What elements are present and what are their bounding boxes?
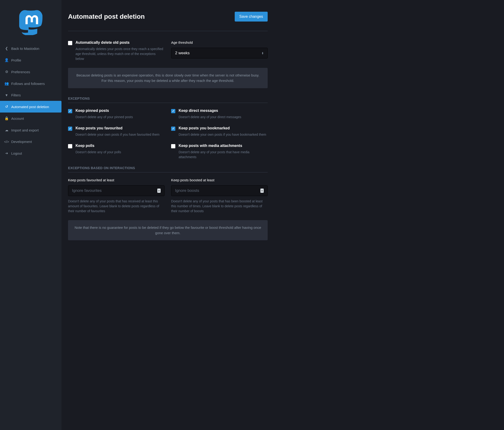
sidebar-item-filters[interactable]: ▼Filters (0, 89, 62, 101)
sidebar-item-label: Back to Mastodon (11, 47, 39, 51)
exception-hint: Doesn't delete your own posts if you hav… (179, 132, 266, 137)
exception-checkbox[interactable] (68, 127, 72, 131)
sidebar-item-label: Preferences (11, 70, 30, 74)
sidebar-item-label: Development (11, 140, 32, 144)
exception-label: Keep posts you bookmarked (179, 126, 266, 130)
fav-threshold-select[interactable]: Ignore favourites ▲▼ (68, 185, 165, 196)
exception-label: Keep polls (75, 144, 121, 148)
info-note-1: Because deleting posts is an expensive o… (68, 68, 268, 88)
cloud-icon: ☁ (5, 128, 9, 132)
exception-checkbox[interactable] (171, 109, 175, 113)
history-icon: ↺ (5, 104, 9, 109)
sidebar-item-follows-and-followers[interactable]: 👥Follows and followers (0, 78, 62, 89)
exceptions-heading: EXCEPTIONS (68, 97, 268, 103)
exception-checkbox[interactable] (68, 144, 72, 148)
exception-checkbox[interactable] (171, 144, 175, 148)
exception-label: Keep posts you favourited (75, 126, 159, 130)
sidebar-item-logout[interactable]: ➜Logout (0, 147, 62, 159)
sidebar-item-preferences[interactable]: ⚙Preferences (0, 66, 62, 78)
code-icon: </> (5, 140, 9, 144)
exception-label: Keep posts with media attachments (179, 144, 268, 148)
exception-label: Keep pinned posts (75, 109, 133, 113)
exception-checkbox[interactable] (68, 109, 72, 113)
auto-delete-checkbox[interactable] (68, 41, 72, 45)
sidebar-item-import-and-export[interactable]: ☁Import and export (0, 124, 62, 136)
page-title: Automated post deletion (68, 13, 145, 20)
sidebar: ❮Back to Mastodon👤Profile⚙Preferences👥Fo… (0, 0, 62, 430)
exception-checkbox[interactable] (171, 127, 175, 131)
sidebar-item-label: Filters (11, 93, 21, 97)
chevron-updown-icon: ▲▼ (157, 188, 161, 193)
gear-icon: ⚙ (5, 70, 9, 74)
sidebar-item-development[interactable]: </>Development (0, 136, 62, 147)
sidebar-item-profile[interactable]: 👤Profile (0, 54, 62, 66)
exception-hint: Doesn't delete any of your pinned posts (75, 115, 133, 120)
sidebar-item-label: Account (11, 116, 24, 121)
user-icon: 👤 (5, 58, 9, 62)
fav-threshold-label: Keep posts favourited at least (68, 178, 165, 182)
exception-hint: Doesn't delete any of your direct messag… (179, 115, 241, 120)
chevron-updown-icon: ▲▼ (261, 52, 264, 55)
sidebar-item-account[interactable]: 🔒Account (0, 112, 62, 124)
age-threshold-label: Age threshold (171, 40, 268, 45)
sidebar-item-label: Import and export (11, 128, 39, 132)
app-logo[interactable] (0, 0, 62, 43)
signout-icon: ➜ (5, 151, 9, 155)
auto-delete-hint: Automatically deletes your posts once th… (75, 47, 165, 61)
interactions-heading: EXCEPTIONS BASED ON INTERACTIONS (68, 166, 268, 172)
lock-icon: 🔒 (5, 116, 9, 121)
users-icon: 👥 (5, 81, 9, 86)
sidebar-item-label: Logout (11, 151, 22, 155)
exception-hint: Doesn't delete any of your polls (75, 150, 121, 155)
exception-hint: Doesn't delete your own posts if you hav… (75, 132, 159, 137)
chevron-left-icon: ❮ (5, 46, 9, 51)
main-content: Automated post deletion Save changes Aut… (62, 0, 274, 430)
sidebar-item-label: Profile (11, 58, 21, 62)
sidebar-item-automated-post-deletion[interactable]: ↺Automated post deletion (0, 101, 62, 112)
boost-threshold-label: Keep posts boosted at least (171, 178, 268, 182)
boost-threshold-select[interactable]: Ignore boosts ▲▼ (171, 185, 268, 196)
info-note-2: Note that there is no guarantee for post… (68, 220, 268, 241)
filter-icon: ▼ (5, 93, 9, 97)
save-button[interactable]: Save changes (235, 12, 268, 21)
sidebar-item-back-to-mastodon[interactable]: ❮Back to Mastodon (0, 43, 62, 54)
exception-hint: Doesn't delete any of your posts that ha… (179, 150, 268, 159)
sidebar-item-label: Follows and followers (11, 82, 45, 86)
auto-delete-label: Automatically delete old posts (75, 40, 165, 45)
age-threshold-select[interactable]: 2 weeks ▲▼ (171, 48, 268, 58)
boost-threshold-hint: Doesn't delete any of your posts that ha… (171, 199, 268, 214)
exception-label: Keep direct messages (179, 109, 241, 113)
sidebar-item-label: Automated post deletion (11, 105, 49, 109)
fav-threshold-hint: Doesn't delete any of your posts that ha… (68, 199, 165, 214)
chevron-updown-icon: ▲▼ (261, 188, 264, 193)
